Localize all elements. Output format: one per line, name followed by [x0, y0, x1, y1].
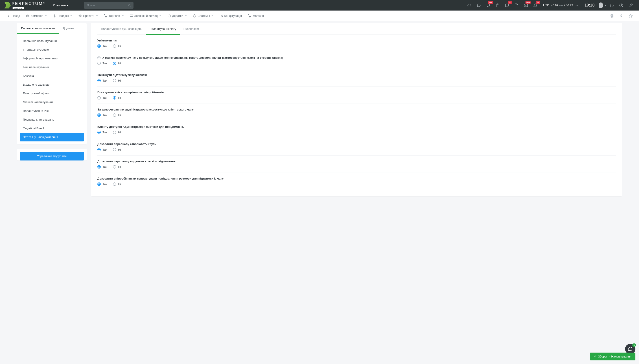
logo-mark-icon [5, 2, 11, 8]
radio-option-no[interactable]: Ні [113, 165, 121, 168]
sidebar-menu-item[interactable]: Електронний підпис [20, 89, 84, 98]
radio-circle [113, 44, 116, 48]
clipboard-icon[interactable] [494, 2, 501, 9]
nav-projects[interactable]: Проекти [76, 12, 101, 19]
sidebar-tab[interactable]: Початкові налаштування [17, 23, 59, 34]
flame-icon[interactable] [617, 12, 625, 20]
nav-shop[interactable]: Магазин [245, 12, 266, 19]
nav-sales[interactable]: Продажі [50, 12, 75, 19]
secondary-nav: Назад Компанія Продажі Проекти Торгівля … [0, 10, 639, 21]
radio-label: Так [103, 165, 107, 168]
stack-icon[interactable] [608, 12, 616, 20]
radio-label: Так [103, 79, 107, 82]
radio-option-no[interactable]: Ні [113, 131, 121, 134]
radio-option-no[interactable]: Ні [113, 114, 121, 117]
nav-addons[interactable]: Додатки [165, 12, 189, 19]
envelope-icon[interactable]: 964 [522, 2, 530, 9]
top-header: PERFECTUM® CRM+ERP Створити 249 4 964 61 [0, 0, 639, 10]
radio-circle [97, 131, 101, 134]
radio-option-yes[interactable]: Так [97, 62, 107, 65]
sidebar-menu-item[interactable]: Налаштування PDF [20, 106, 84, 115]
radio-option-no[interactable]: Ні [113, 96, 121, 100]
radio-option-yes[interactable]: Так [97, 131, 107, 134]
sidebar-tab[interactable]: Додатки [59, 23, 78, 34]
sidebar-menu-item[interactable]: Планувальник завдань [20, 115, 84, 124]
module-management-button[interactable]: Управління модулями [20, 152, 84, 160]
radio-label: Ні [118, 131, 121, 134]
nav-system[interactable]: Системні [190, 12, 216, 19]
briefcase-icon [26, 14, 29, 18]
content-tab[interactable]: Налаштування чату [146, 23, 180, 34]
star-icon[interactable] [627, 12, 634, 20]
envelope-badge: 964 [525, 1, 531, 4]
shield-icon[interactable]: 249 [484, 2, 492, 9]
sound-icon[interactable] [466, 2, 473, 9]
radio-option-yes[interactable]: Так [97, 114, 107, 117]
chat-icon[interactable]: 4 [503, 2, 511, 9]
user-menu[interactable] [599, 2, 606, 9]
nav-appearance[interactable]: Зовнішній вигляд [127, 12, 164, 19]
nav-trade[interactable]: Торгівля [101, 12, 126, 19]
sidebar-menu-item[interactable]: Інформація про компанію [20, 54, 84, 63]
svg-rect-7 [130, 14, 133, 16]
content-tabs: Налаштування пуш-сповіщеньНалаштування ч… [97, 23, 616, 35]
settings-list: Увімкнути чатТакНі?У режимі перегляду ча… [97, 35, 616, 190]
radio-option-yes[interactable]: Так [97, 182, 107, 186]
nav-config[interactable]: Конфігурація [217, 12, 244, 19]
radio-group: ТакНі [97, 44, 616, 48]
radio-option-no[interactable]: Ні [113, 62, 121, 65]
nav-back[interactable]: Назад [5, 12, 23, 19]
svg-point-6 [107, 17, 107, 17]
document-icon[interactable] [513, 2, 520, 9]
content-tab[interactable]: Налаштування пуш-сповіщень [97, 23, 146, 34]
radio-option-yes[interactable]: Так [97, 79, 107, 82]
sidebar-menu-item[interactable]: Службові Email [20, 124, 84, 133]
radio-option-yes[interactable]: Так [97, 148, 107, 151]
radio-option-yes[interactable]: Так [97, 96, 107, 100]
sidebar-menu-item[interactable]: Інші налаштування [20, 63, 84, 72]
sidebar-menu-item[interactable]: Інтеграція з Google [20, 45, 84, 54]
sidebar-menu-item[interactable]: Місцеві налаштування [20, 98, 84, 106]
setting-block: Дозволити персоналу видаляти власні пові… [97, 156, 616, 173]
sidebar-menu-item[interactable]: Безпека [20, 72, 84, 80]
chart-icon[interactable] [73, 2, 80, 9]
power-icon[interactable] [608, 2, 616, 9]
sidebar-menu-item[interactable]: Віддалене сховище [20, 80, 84, 89]
help-tooltip-icon[interactable]: ? [97, 56, 101, 60]
content-panel: Налаштування пуш-сповіщеньНалаштування ч… [91, 23, 622, 196]
help-icon[interactable] [617, 2, 625, 9]
radio-option-yes[interactable]: Так [97, 165, 107, 168]
radio-option-no[interactable]: Ні [113, 182, 121, 186]
sidebar-menu-item[interactable]: Чат та Пуш-повідомлення [20, 133, 84, 142]
radio-option-yes[interactable]: Так [97, 44, 107, 48]
radio-label: Ні [118, 44, 121, 48]
search-box[interactable] [84, 2, 134, 9]
setting-label: Дозволити персоналу видаляти власні пові… [97, 160, 616, 163]
radio-circle [97, 44, 101, 48]
message-icon[interactable] [475, 2, 483, 9]
bell-icon[interactable]: 61 [531, 2, 539, 9]
radio-circle [97, 114, 101, 117]
setting-label: ?У режимі перегляду чату показують лише … [97, 56, 616, 60]
sidebar-menu-item[interactable]: Первинне налаштування [20, 36, 84, 45]
radio-option-no[interactable]: Ні [113, 148, 121, 151]
setting-label: Дозволити співробітникам конвертувати по… [97, 177, 616, 180]
search-input[interactable] [87, 4, 128, 7]
setting-block: Клієнту доступні Адміністратори системи … [97, 121, 616, 138]
setting-block: ?У режимі перегляду чату показують лише … [97, 52, 616, 69]
radio-option-no[interactable]: Ні [113, 79, 121, 82]
svg-point-10 [251, 17, 251, 17]
radio-group: ТакНі [97, 114, 616, 117]
create-button[interactable]: Створити [51, 2, 71, 8]
logo[interactable]: PERFECTUM® CRM+ERP [5, 1, 45, 10]
setting-block: Дозволити співробітникам конвертувати по… [97, 173, 616, 190]
setting-label: Клієнту доступні Адміністратори системи … [97, 125, 616, 128]
radio-circle [113, 165, 116, 168]
radio-option-no[interactable]: Ні [113, 44, 121, 48]
radio-label: Так [103, 62, 107, 65]
radio-circle [97, 96, 101, 100]
radio-group: ТакНі [97, 131, 616, 134]
nav-company[interactable]: Компанія [24, 12, 49, 19]
wrench-icon[interactable] [627, 2, 634, 9]
content-tab[interactable]: Pusher.com [180, 23, 203, 34]
